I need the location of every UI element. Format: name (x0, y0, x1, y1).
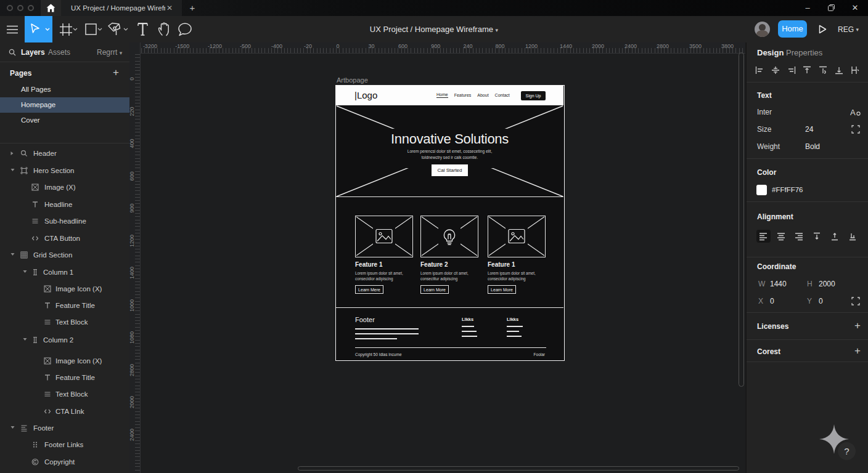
svg-text:A: A (850, 108, 856, 116)
